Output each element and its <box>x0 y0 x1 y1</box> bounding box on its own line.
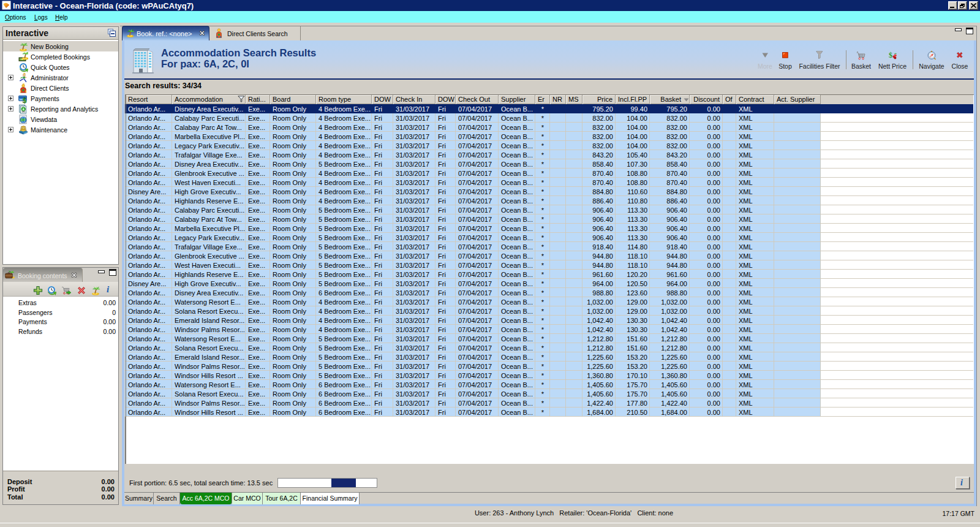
svg-text:$: $ <box>23 96 27 104</box>
svg-text:$: $ <box>889 51 892 59</box>
